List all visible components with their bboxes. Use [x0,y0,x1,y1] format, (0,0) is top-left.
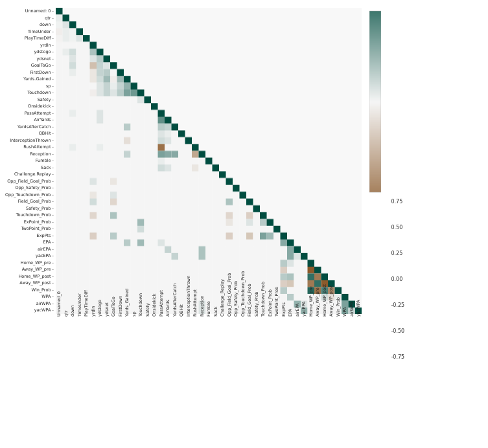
y-label: yacWPA - [34,307,54,314]
x-label-wrapper: yrdln [89,317,97,322]
x-label-wrapper: Safety [144,317,151,322]
y-label: Unnamed: 0 - [25,8,54,15]
x-label: InterceptionThrown [186,313,191,316]
x-label: WPA [342,313,347,316]
x-label-wrapper: WPA [342,317,349,322]
colorbar-tick-label: -0.75 [391,354,404,360]
x-label-wrapper: ydsnet [103,317,110,322]
y-label: QBHit - [39,130,54,137]
y-label: airWPA - [36,300,54,308]
x-label-wrapper: airWPA [348,317,355,322]
x-label-wrapper: Away_WP_post [328,317,335,322]
chart-and-colorbar: Unnamed_0qtrdownTimeUnderPlayTimeDiffyrd… [56,8,382,383]
x-label-wrapper: yacWPA [355,317,362,322]
x-label: RushAttempt [192,313,198,316]
y-label: AirYards - [34,117,53,124]
x-label: Safety [145,313,150,316]
x-label-wrapper: Opp_Field_Goal_Prob [226,317,233,322]
x-label: Away_WP_pre [315,313,320,316]
x-label-wrapper: Sack [212,317,219,322]
y-label: Home_WP_post - [18,273,54,280]
y-label: down - [40,21,54,28]
x-label: down [70,313,75,316]
y-label: Fumble - [36,157,54,164]
x-label: Home_WP_pre [308,313,314,316]
x-label-wrapper: Yards_Gained [124,317,131,322]
x-label-wrapper: ExpPts [280,317,287,322]
x-label-wrapper: Onsidekick [151,317,158,322]
y-label: yrdln - [40,42,54,49]
x-label: FirstDown [118,313,123,316]
x-label-wrapper: qtr [62,317,69,322]
y-label: qtr - [45,15,54,22]
colorbar-tick-label: 0.25 [391,251,402,256]
heatmap-wrapper: Unnamed_0qtrdownTimeUnderPlayTimeDiffyrd… [56,8,362,322]
x-labels: Unnamed_0qtrdownTimeUnderPlayTimeDiffyrd… [56,317,362,322]
y-label: Away_WP_pre - [22,266,54,273]
y-label: TwoPoint_Prob - [21,225,53,232]
x-label-wrapper: Safety_Prob [253,317,260,322]
x-label: yacWPA [356,313,361,316]
x-label-wrapper: Opp_Touchdown_Prob [239,317,246,322]
x-label-wrapper: sp [130,317,137,322]
main-area: Unnamed: 0 -qtr -down -TimeUnder -PlayTi… [5,8,488,383]
x-label: Reception [200,313,205,316]
y-label: Touchdown - [27,89,54,96]
colorbar-tick-label: -0.50 [391,328,404,334]
x-label: GoalToGo [111,313,116,316]
x-label: TimeUnder [77,313,82,316]
x-label: EPA [288,313,293,316]
y-label: Safety_Prob - [26,205,54,212]
x-label: AirYards [165,313,170,316]
x-label: QBHit [179,313,184,316]
y-label: PassAttempt - [25,110,54,117]
y-label: ydstogo - [34,49,54,56]
colorbar-tick-label: -0.25 [391,302,404,308]
x-label-wrapper: yacEPA [301,317,308,322]
x-label-wrapper: Touchdown_Prob [260,317,267,322]
x-label: ydsnet [104,313,110,316]
y-label: GoalToGo - [31,62,54,69]
x-label: Fumble [206,313,211,316]
x-label-wrapper: PlayTimeDiff [83,317,90,322]
x-label: Away_WP_post [329,313,334,316]
x-label-wrapper: Touchdown [137,317,145,322]
x-label-wrapper: Opp_Safety_Prob [233,317,240,322]
chart-title [0,0,488,5]
x-label-wrapper: RushAttempt [192,317,199,322]
x-label-wrapper: Field_Goal_Prob [246,317,253,322]
x-label: airEPA [295,313,300,316]
y-label: yacEPA - [36,252,54,260]
x-label-wrapper: Home_WP_post [321,317,328,322]
y-label: EPA - [43,239,53,246]
x-label: Win_Prob [336,313,341,316]
x-label-wrapper: Win_Prob [334,317,342,322]
x-label: Touchdown [138,313,143,316]
y-label: FirstDown - [30,69,54,76]
x-label-wrapper: AirYards [165,317,172,322]
x-label-wrapper: EPA [287,317,294,322]
x-label: Opp_Field_Goal_Prob [227,313,232,316]
x-label-wrapper: Challenge_Replay [219,317,226,322]
y-label: Safety - [38,96,54,104]
chart-container: Unnamed: 0 -qtr -down -TimeUnder -PlayTi… [0,0,488,448]
x-label: Field_Goal_Prob [247,313,252,316]
x-label: Opp_Touchdown_Prob [240,313,246,316]
y-label: RushAttempt - [23,144,54,151]
x-label: ExPoint_Prob [268,313,273,316]
y-label: Challenge.Replay - [14,171,54,178]
x-label: yacEPA [301,313,307,316]
x-label-wrapper: Unnamed_0 [56,317,63,322]
x-label: YardsAfterCatch [172,313,178,316]
x-label-wrapper: ExPoint_Prob [266,317,273,322]
x-label: Safety_Prob [254,313,259,316]
x-label-wrapper: Reception [198,317,205,322]
x-label-wrapper: YardsAfterCatch [171,317,178,322]
x-label: Unnamed_0 [56,313,62,316]
y-label: Opp_Field_Goal_Prob - [7,178,54,185]
x-label-wrapper: Home_WP_pre [307,317,314,322]
y-label: TimeUnder - [28,28,54,36]
x-label: TwoPoint_Prob [274,313,279,316]
y-label: Touchdown_Prob - [16,212,54,219]
x-label: Home_WP_post [322,313,327,316]
